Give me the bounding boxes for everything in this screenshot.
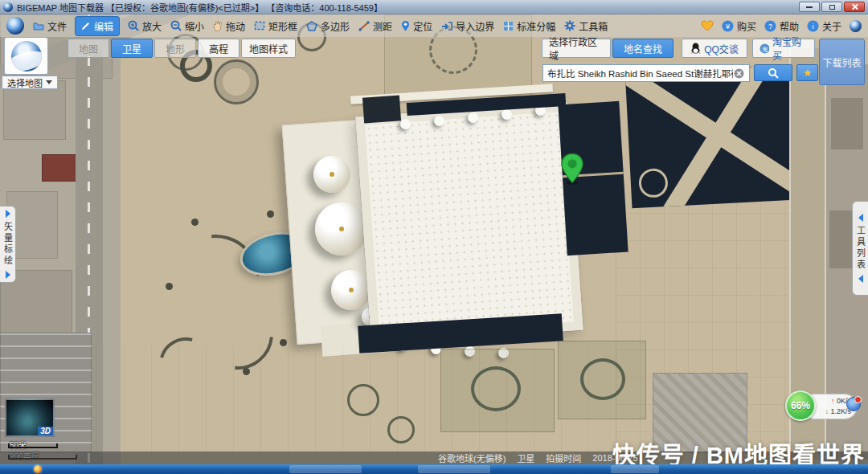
toolbar-item-pan[interactable]: 拖动 — [213, 19, 245, 33]
toolbar-item-measure[interactable]: 测距 — [358, 19, 392, 33]
map-small-dome — [400, 119, 411, 129]
down-arrow-icon: ↓ — [825, 407, 829, 415]
status-capture-label: 拍摄时间 — [546, 452, 581, 464]
tool-list-side-tab[interactable]: 工具列表 — [852, 201, 868, 296]
qq-chat-button[interactable]: QQ交谈 — [682, 39, 747, 58]
svg-text:¥: ¥ — [725, 22, 731, 30]
tab-satellite[interactable]: 卫星 — [111, 39, 153, 58]
toolbar-item-toolbox[interactable]: 工具箱 — [564, 19, 608, 33]
pin-icon — [401, 20, 410, 31]
google-earth-logo[interactable] — [4, 37, 48, 75]
earth-ball-icon — [11, 41, 42, 72]
close-button[interactable] — [844, 2, 865, 12]
taskbar-window[interactable] — [418, 465, 490, 473]
map-building — [3, 80, 66, 140]
select-region-button[interactable]: 选择行政区域 — [542, 39, 611, 58]
download-progress-widget[interactable]: 66% ↑ 0K/s ↓ 1.2K/s — [785, 390, 859, 423]
notification-icon[interactable] — [846, 397, 861, 411]
app-window: BIGEMAP 地图下载器 【已授权：谷歌地图(有偏移)<已过期>】 【咨询电话… — [0, 0, 868, 474]
map-plaza-grid — [96, 345, 627, 460]
download-speed: ↓ 1.2K/s — [819, 407, 851, 415]
toolbar-item-standard-framing[interactable]: 标准分幅 — [503, 19, 555, 33]
favorite-button[interactable]: ★ — [796, 64, 818, 81]
search-input[interactable] — [542, 64, 750, 82]
title-bar: BIGEMAP 地图下载器 【已授权：谷歌地图(有偏移)<已过期>】 【咨询电话… — [0, 0, 868, 14]
toolbar-item-file[interactable]: 文件 — [33, 19, 67, 33]
about-icon: i — [807, 20, 819, 32]
pencil-icon — [81, 21, 91, 31]
map-tree — [191, 219, 199, 226]
chevron-down-icon — [46, 80, 52, 84]
map-tree-strip — [362, 95, 401, 123]
3d-preview-thumbnail[interactable]: 3D — [5, 398, 55, 437]
tab-map[interactable]: 地图 — [68, 39, 109, 58]
extra-globe-icon[interactable] — [850, 20, 862, 32]
map-garden-ring — [214, 59, 259, 104]
download-list-button[interactable]: 下载列表 — [819, 39, 865, 85]
folder-icon — [33, 21, 44, 31]
taobao-buy-button[interactable]: 淘 淘宝购买 — [752, 39, 815, 58]
cart-icon: ¥ — [722, 20, 734, 32]
windows-taskbar[interactable] — [0, 464, 868, 474]
zoom-out-icon — [170, 20, 182, 31]
toolbar-item-rectangle[interactable]: 矩形框 — [254, 19, 297, 33]
map-walkway — [657, 65, 792, 209]
toolbar-item-edit[interactable]: 编辑 — [76, 17, 119, 35]
vector-plot-side-tab[interactable]: 矢量标绘 — [0, 206, 16, 283]
map-canvas[interactable] — [0, 14, 868, 464]
up-arrow-icon: ↑ — [831, 397, 835, 405]
svg-text:i: i — [812, 22, 813, 30]
gear-icon — [564, 20, 575, 31]
chevron-left-icon — [858, 214, 863, 222]
app-icon — [3, 2, 13, 12]
tab-map-style[interactable]: 地图样式 — [241, 39, 296, 58]
rectangle-icon — [254, 21, 265, 31]
map-pool-northeast — [625, 65, 798, 209]
taskbar-window[interactable] — [289, 465, 362, 473]
map-marker-pin[interactable] — [560, 152, 584, 189]
window-title: BIGEMAP 地图下载器 【已授权：谷歌地图(有偏移)<已过期>】 【咨询电话… — [17, 1, 383, 14]
map-building — [831, 98, 863, 149]
chevron-left-icon — [858, 275, 863, 283]
map-dome — [331, 270, 371, 310]
toolbar-item-import-boundary[interactable]: 导入边界 — [441, 19, 494, 33]
start-button-icon[interactable] — [34, 465, 42, 473]
main-toolbar: 文件 编辑 放大 缩小 拖动 矩形框 多边形 测距 — [0, 14, 868, 37]
toolbar-item-zoom-in[interactable]: 放大 — [128, 19, 162, 33]
tab-elevation[interactable]: 高程 — [198, 39, 240, 58]
map-small-dome — [502, 109, 512, 120]
toolbar-item-about[interactable]: i 关于 — [807, 19, 841, 33]
taskbar-window[interactable] — [611, 465, 659, 473]
map-courtyard — [355, 102, 583, 345]
toolbar-item-help[interactable]: ? 帮助 — [764, 19, 799, 33]
status-source: 谷歌地球(无偏移) — [438, 452, 506, 464]
hand-icon — [213, 20, 223, 31]
toolbar-item-buy[interactable]: ¥ 购买 — [722, 19, 756, 33]
chevron-right-icon — [6, 210, 10, 218]
search-button[interactable] — [754, 64, 792, 81]
vip-heart-icon[interactable] — [701, 20, 714, 31]
star-icon: ★ — [803, 67, 813, 78]
maximize-icon — [829, 5, 835, 10]
progress-badge: 66% — [785, 390, 816, 421]
select-map-dropdown[interactable]: 选择地图 — [2, 76, 58, 89]
tab-terrain[interactable]: 地形 — [154, 39, 196, 58]
clear-search-button[interactable] — [734, 67, 744, 82]
map-tree — [267, 210, 274, 218]
globe-sphere-icon[interactable] — [6, 17, 24, 35]
map-tree — [166, 283, 173, 290]
toolbar-item-polygon[interactable]: 多边形 — [306, 19, 350, 33]
import-icon — [441, 21, 452, 31]
close-icon — [851, 3, 858, 10]
zoom-in-icon — [128, 20, 139, 31]
placename-search-button[interactable]: 地名查找 — [612, 39, 674, 58]
scale-bar-meters — [8, 443, 58, 448]
toolbar-item-locate[interactable]: 定位 — [401, 19, 432, 33]
toolbar-item-zoom-out[interactable]: 缩小 — [170, 19, 204, 33]
status-layer: 卫星 — [517, 452, 534, 464]
minimize-button[interactable] — [799, 2, 820, 12]
maximize-button[interactable] — [821, 2, 842, 12]
grid-icon — [503, 21, 514, 31]
svg-text:?: ? — [768, 22, 772, 30]
minimize-icon — [806, 6, 813, 8]
